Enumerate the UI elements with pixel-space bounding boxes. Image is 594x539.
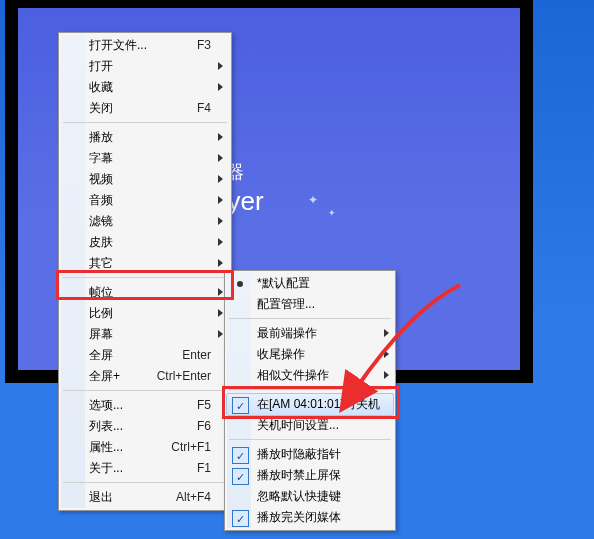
- submenu-arrow-icon: [218, 133, 223, 141]
- submenu-arrow-icon: [384, 371, 389, 379]
- menu-item[interactable]: 退出Alt+F4: [61, 487, 229, 508]
- menu-item[interactable]: 关于...F1: [61, 458, 229, 479]
- menu-item[interactable]: 列表...F6: [61, 416, 229, 437]
- submenu-arrow-icon: [384, 350, 389, 358]
- menu-item-label: 最前端操作: [257, 323, 379, 344]
- menu-item[interactable]: 最前端操作: [227, 323, 393, 344]
- menu-item[interactable]: 滤镜: [61, 211, 229, 232]
- menu-item-label: 收藏: [89, 77, 211, 98]
- menu-item[interactable]: 视频: [61, 169, 229, 190]
- menu-item-label: 播放完关闭媒体: [257, 507, 379, 528]
- check-icon: ✓: [232, 397, 249, 414]
- menu-item-label: 打开文件...: [89, 35, 187, 56]
- menu-item-label: 滤镜: [89, 211, 211, 232]
- menu-item-label: 全屏: [89, 345, 172, 366]
- menu-separator: [229, 439, 391, 441]
- menu-item-label: 退出: [89, 487, 166, 508]
- menu-item-label: 字幕: [89, 148, 211, 169]
- menu-item[interactable]: 关闭F4: [61, 98, 229, 119]
- menu-item[interactable]: 屏幕: [61, 324, 229, 345]
- menu-item-shortcut: Enter: [172, 345, 211, 366]
- menu-item-shortcut: F1: [187, 458, 211, 479]
- menu-item[interactable]: 全屏Enter: [61, 345, 229, 366]
- menu-item-label: 收尾操作: [257, 344, 379, 365]
- check-icon: ✓: [232, 510, 249, 527]
- menu-item[interactable]: ✓播放时隐蔽指针: [227, 444, 393, 465]
- submenu-arrow-icon: [218, 217, 223, 225]
- submenu-arrow-icon: [218, 196, 223, 204]
- menu-item[interactable]: 收尾操作: [227, 344, 393, 365]
- menu-item[interactable]: ✓播放完关闭媒体: [227, 507, 393, 528]
- menu-item[interactable]: 其它: [61, 253, 229, 274]
- menu-item-label: 播放: [89, 127, 211, 148]
- menu-item[interactable]: 皮肤: [61, 232, 229, 253]
- submenu-arrow-icon: [218, 62, 223, 70]
- submenu-arrow-icon: [384, 329, 389, 337]
- menu-item-shortcut: Ctrl+Enter: [147, 366, 211, 387]
- menu-item[interactable]: 相似文件操作: [227, 365, 393, 386]
- menu-item-shortcut: F4: [187, 98, 211, 119]
- menu-item[interactable]: 忽略默认快捷键: [227, 486, 393, 507]
- menu-item[interactable]: 选项...F5: [61, 395, 229, 416]
- menu-item[interactable]: *默认配置: [227, 273, 393, 294]
- submenu-arrow-icon: [218, 175, 223, 183]
- menu-separator: [63, 277, 227, 279]
- submenu-arrow-icon: [218, 330, 223, 338]
- menu-item-label: 关闭: [89, 98, 187, 119]
- decoration-star: ✦: [308, 193, 318, 207]
- submenu-arrow-icon: [218, 288, 223, 296]
- menu-separator: [63, 122, 227, 124]
- menu-item-shortcut: Ctrl+F1: [161, 437, 211, 458]
- menu-item-shortcut: F3: [187, 35, 211, 56]
- menu-item[interactable]: ✓播放时禁止屏保: [227, 465, 393, 486]
- menu-item[interactable]: 收藏: [61, 77, 229, 98]
- menu-item-label: 选项...: [89, 395, 187, 416]
- menu-item[interactable]: 全屏+Ctrl+Enter: [61, 366, 229, 387]
- context-menu-main: 打开文件...F3打开收藏关闭F4播放字幕视频音频滤镜皮肤其它帧位比例屏幕全屏E…: [58, 32, 232, 511]
- menu-item[interactable]: 帧位: [61, 282, 229, 303]
- menu-separator: [63, 390, 227, 392]
- menu-item-label: 属性...: [89, 437, 161, 458]
- menu-item[interactable]: 属性...Ctrl+F1: [61, 437, 229, 458]
- menu-item-label: 播放时隐蔽指针: [257, 444, 379, 465]
- menu-item-label: 其它: [89, 253, 211, 274]
- menu-item-label: 播放时禁止屏保: [257, 465, 379, 486]
- submenu-arrow-icon: [218, 309, 223, 317]
- menu-item[interactable]: 打开: [61, 56, 229, 77]
- menu-item[interactable]: 比例: [61, 303, 229, 324]
- menu-item-label: 关机时间设置...: [257, 415, 379, 436]
- submenu-arrow-icon: [218, 238, 223, 246]
- menu-item-label: 在[AM 04:01:01]时关机: [257, 394, 380, 415]
- menu-item-label: 视频: [89, 169, 211, 190]
- menu-item-label: 相似文件操作: [257, 365, 379, 386]
- menu-item-label: 配置管理...: [257, 294, 379, 315]
- check-icon: ✓: [232, 468, 249, 485]
- check-icon: ✓: [232, 447, 249, 464]
- context-menu-other: *默认配置配置管理...最前端操作收尾操作相似文件操作✓在[AM 04:01:0…: [224, 270, 396, 531]
- menu-item-label: *默认配置: [257, 273, 379, 294]
- submenu-arrow-icon: [218, 154, 223, 162]
- menu-item[interactable]: 字幕: [61, 148, 229, 169]
- menu-item-label: 关于...: [89, 458, 187, 479]
- bullet-icon: [237, 281, 243, 287]
- menu-item[interactable]: 关机时间设置...: [227, 415, 393, 436]
- menu-item-label: 音频: [89, 190, 211, 211]
- menu-separator: [229, 318, 391, 320]
- menu-item-label: 皮肤: [89, 232, 211, 253]
- menu-item-label: 比例: [89, 303, 211, 324]
- menu-item-label: 忽略默认快捷键: [257, 486, 379, 507]
- menu-item[interactable]: ✓在[AM 04:01:01]时关机: [226, 393, 394, 416]
- submenu-arrow-icon: [218, 83, 223, 91]
- menu-separator: [229, 389, 391, 391]
- menu-separator: [63, 482, 227, 484]
- menu-item[interactable]: 音频: [61, 190, 229, 211]
- menu-item-label: 列表...: [89, 416, 187, 437]
- menu-item-label: 打开: [89, 56, 211, 77]
- menu-item-shortcut: F5: [187, 395, 211, 416]
- menu-item[interactable]: 播放: [61, 127, 229, 148]
- menu-item-label: 全屏+: [89, 366, 147, 387]
- menu-item[interactable]: 配置管理...: [227, 294, 393, 315]
- menu-item[interactable]: 打开文件...F3: [61, 35, 229, 56]
- decoration-star: ✦: [328, 208, 336, 218]
- menu-item-label: 屏幕: [89, 324, 211, 345]
